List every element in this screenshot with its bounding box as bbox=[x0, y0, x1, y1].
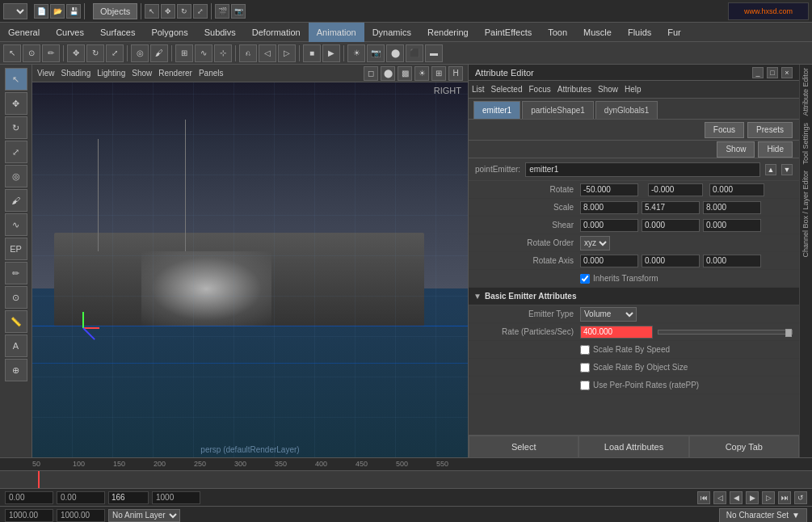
rotate-axis-x[interactable] bbox=[580, 255, 638, 267]
menu-rendering[interactable]: Rendering bbox=[419, 23, 477, 42]
shear-x[interactable] bbox=[580, 219, 638, 232]
lighting-icon[interactable]: ☀ bbox=[414, 66, 429, 81]
emitter-arrow-down[interactable]: ▼ bbox=[781, 164, 793, 175]
rotate-tool[interactable]: ↻ bbox=[86, 44, 104, 62]
skip-start-btn[interactable]: ⏮ bbox=[697, 491, 710, 504]
vt-panels[interactable]: Panels bbox=[199, 69, 224, 78]
snapshot-icon[interactable]: 📷 bbox=[231, 4, 246, 19]
render-icon[interactable]: 🎬 bbox=[215, 4, 229, 19]
menu-fluids[interactable]: Fluids bbox=[620, 23, 659, 42]
vt-lighting[interactable]: Lighting bbox=[97, 69, 125, 78]
wireframe-icon[interactable]: ◻ bbox=[364, 66, 378, 81]
attr-menu-show[interactable]: Show bbox=[598, 85, 618, 94]
scale-icon[interactable]: ⤢ bbox=[193, 4, 208, 19]
soft-select-tool[interactable]: ◎ bbox=[5, 165, 27, 187]
menu-muscle[interactable]: Muscle bbox=[575, 23, 620, 42]
basic-emitter-section[interactable]: ▼ Basic Emitter Attributes bbox=[469, 288, 799, 305]
menu-painteffects[interactable]: PaintEffects bbox=[477, 23, 541, 42]
inherits-transform-checkbox[interactable] bbox=[580, 274, 590, 284]
selection-tool[interactable]: ↖ bbox=[5, 68, 27, 91]
scale-tool-side[interactable]: ⤢ bbox=[5, 141, 27, 163]
anim-layer-dropdown[interactable]: No Anim Layer bbox=[108, 509, 180, 522]
move-tool-side[interactable]: ✥ bbox=[5, 92, 27, 115]
snap-grid[interactable]: ⊞ bbox=[175, 44, 193, 62]
rotate-x[interactable] bbox=[580, 183, 638, 196]
shear-z[interactable] bbox=[703, 219, 761, 232]
curve-tool[interactable]: ∿ bbox=[5, 213, 27, 236]
scale-rate-object-checkbox[interactable] bbox=[580, 363, 590, 373]
attr-menu-list[interactable]: List bbox=[472, 85, 485, 94]
vt-show[interactable]: Show bbox=[132, 69, 152, 78]
select-icon[interactable]: ↖ bbox=[145, 4, 159, 19]
viewport-canvas[interactable]: RIGHT persp (defaultRenderLayer) bbox=[32, 82, 468, 457]
textured-icon[interactable]: ▩ bbox=[398, 66, 412, 81]
hide-button[interactable]: Hide bbox=[758, 141, 793, 158]
load-attributes-button[interactable]: Load Attributes bbox=[578, 436, 688, 458]
vt-view[interactable]: View bbox=[37, 69, 55, 78]
move-icon[interactable]: ✥ bbox=[161, 4, 175, 19]
rotate-axis-z[interactable] bbox=[703, 255, 761, 267]
shear-y[interactable] bbox=[642, 219, 700, 232]
tab-dynglobals1[interactable]: dynGlobals1 bbox=[595, 101, 658, 119]
camera-icon[interactable]: 📷 bbox=[367, 44, 385, 62]
scale-tool[interactable]: ⤢ bbox=[106, 44, 124, 62]
menu-surfaces[interactable]: Surfaces bbox=[92, 23, 143, 42]
attr-menu-help[interactable]: Help bbox=[625, 85, 642, 94]
plane-icon[interactable]: ▬ bbox=[425, 44, 443, 62]
scale-x[interactable] bbox=[580, 201, 638, 214]
snap-point[interactable]: ⊹ bbox=[214, 44, 232, 62]
tab-emitter1[interactable]: emitter1 bbox=[473, 101, 520, 119]
move-tool[interactable]: ✥ bbox=[67, 44, 85, 62]
prev-frame-btn[interactable]: ◁ bbox=[713, 491, 726, 504]
redo-icon[interactable]: ▷ bbox=[278, 44, 296, 62]
rotate-icon[interactable]: ↻ bbox=[177, 4, 191, 19]
lasso-tool[interactable]: ⊙ bbox=[23, 44, 40, 62]
menu-animation[interactable]: Animation bbox=[309, 23, 364, 42]
paint-tool[interactable]: ✏ bbox=[42, 44, 60, 62]
cube-icon[interactable]: ⬛ bbox=[406, 44, 423, 62]
measure-tool[interactable]: 📏 bbox=[5, 310, 27, 333]
pencil-tool[interactable]: ✏ bbox=[5, 262, 27, 284]
rate-slider[interactable] bbox=[658, 330, 793, 335]
vt-shading[interactable]: Shading bbox=[61, 69, 91, 78]
new-file-icon[interactable]: 📄 bbox=[34, 4, 48, 19]
objects-button[interactable]: Objects bbox=[93, 3, 137, 19]
timeline-bar[interactable] bbox=[0, 471, 812, 488]
history-icon[interactable]: ⎌ bbox=[239, 44, 257, 62]
channel-box-side-label[interactable]: Channel Box / Layer Editor bbox=[800, 167, 812, 261]
menu-deformation[interactable]: Deformation bbox=[244, 23, 309, 42]
rotate-z[interactable] bbox=[709, 183, 764, 196]
rate-input[interactable] bbox=[580, 326, 653, 339]
ipr-render[interactable]: ▶ bbox=[322, 44, 340, 62]
menu-toon[interactable]: Toon bbox=[540, 23, 575, 42]
snap-curve[interactable]: ∿ bbox=[195, 44, 212, 62]
light-icon[interactable]: ☀ bbox=[347, 44, 365, 62]
menu-curves[interactable]: Curves bbox=[48, 23, 92, 42]
select-tool[interactable]: ↖ bbox=[3, 44, 21, 62]
sphere-icon[interactable]: ⬤ bbox=[386, 44, 404, 62]
save-file-icon[interactable]: 💾 bbox=[66, 4, 81, 19]
emitter-type-select[interactable]: Volume Omni Directional Surface Curve bbox=[580, 307, 637, 322]
play-fwd-btn[interactable]: ▶ bbox=[746, 491, 759, 504]
skip-end-btn[interactable]: ⏭ bbox=[778, 491, 791, 504]
menu-polygons[interactable]: Polygons bbox=[143, 23, 196, 42]
lasso-tool-side[interactable]: ⊙ bbox=[5, 286, 27, 309]
menu-general[interactable]: General bbox=[0, 23, 48, 42]
rotate-axis-y[interactable] bbox=[642, 255, 700, 267]
maximize-btn[interactable]: □ bbox=[767, 67, 778, 78]
attr-menu-focus[interactable]: Focus bbox=[528, 85, 550, 94]
grid-icon[interactable]: ⊞ bbox=[431, 66, 446, 81]
rotate-tool-side[interactable]: ↻ bbox=[5, 116, 27, 139]
attr-menu-attributes[interactable]: Attributes bbox=[557, 85, 591, 94]
ep-tool[interactable]: EP bbox=[5, 238, 27, 260]
character-set-button[interactable]: No Character Set ▼ bbox=[719, 508, 807, 523]
play-back-btn[interactable]: ◀ bbox=[730, 491, 743, 504]
scale-rate-speed-checkbox[interactable] bbox=[580, 345, 590, 355]
open-file-icon[interactable]: 📂 bbox=[50, 4, 65, 19]
soft-mod-tool[interactable]: ◎ bbox=[131, 44, 149, 62]
rate-slider-handle[interactable] bbox=[785, 329, 792, 337]
copy-tab-button[interactable]: Copy Tab bbox=[689, 436, 799, 458]
render-view[interactable]: ■ bbox=[303, 44, 321, 62]
focus-button[interactable]: Focus bbox=[705, 122, 744, 138]
scale-y[interactable] bbox=[642, 201, 700, 214]
